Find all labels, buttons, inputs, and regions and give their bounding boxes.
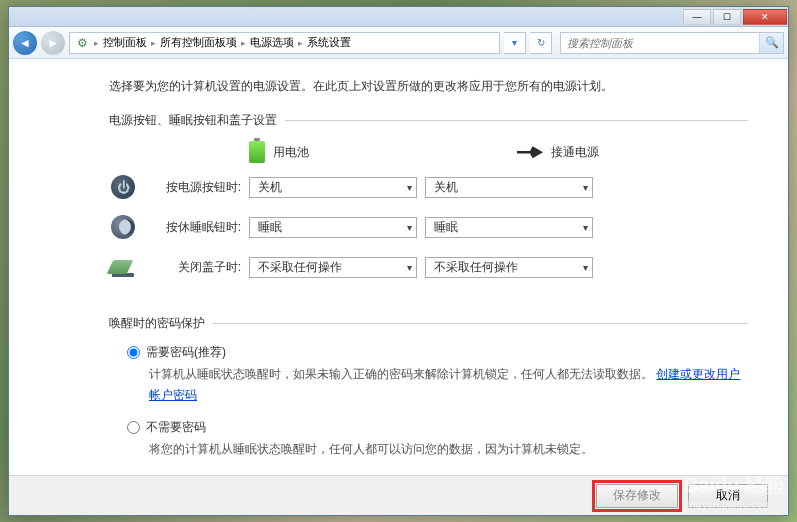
minimize-button[interactable]: —	[683, 9, 711, 25]
breadcrumb[interactable]: 系统设置	[307, 35, 351, 50]
breadcrumb[interactable]: 控制面板	[103, 35, 147, 50]
breadcrumb[interactable]: 所有控制面板项	[160, 35, 237, 50]
power-icon: ⏻	[111, 175, 135, 199]
no-password-radio[interactable]: 不需要密码	[127, 419, 748, 436]
chevron-right-icon: ▸	[94, 38, 99, 48]
password-protect-legend: 唤醒时的密码保护	[109, 315, 213, 332]
chevron-right-icon: ▸	[298, 38, 303, 48]
sleep-button-plugged-combo[interactable]: 睡眠	[425, 217, 593, 238]
address-dropdown-button[interactable]: ▾	[504, 32, 526, 54]
plug-icon	[517, 146, 543, 158]
search-button[interactable]: 🔍	[759, 33, 783, 53]
button-settings-legend: 电源按钮、睡眠按钮和盖子设置	[109, 112, 285, 129]
search-input[interactable]	[561, 37, 759, 49]
button-settings-group: 电源按钮、睡眠按钮和盖子设置 用电池 接通电源 ⏻ 按电源按钮时: 关机 关机	[109, 112, 748, 301]
no-password-desc: 将您的计算机从睡眠状态唤醒时，任何人都可以访问您的数据，因为计算机未锁定。	[127, 439, 748, 459]
forward-button: ►	[41, 31, 65, 55]
sleep-button-battery-combo[interactable]: 睡眠	[249, 217, 417, 238]
chevron-right-icon: ▸	[151, 38, 156, 48]
require-password-radio[interactable]: 需要密码(推荐)	[127, 344, 748, 361]
titlebar: — ☐ ✕	[9, 7, 788, 27]
row-label: 按休睡眠钮时:	[145, 219, 241, 236]
lid-icon	[110, 257, 136, 277]
lid-close-battery-combo[interactable]: 不采取任何操作	[249, 257, 417, 278]
lid-close-plugged-combo[interactable]: 不采取任何操作	[425, 257, 593, 278]
search-box[interactable]: 🔍	[560, 32, 784, 54]
battery-icon	[249, 141, 265, 163]
column-battery: 用电池	[249, 141, 417, 163]
footer: 保存修改 取消	[9, 475, 788, 515]
password-protect-group: 唤醒时的密码保护 需要密码(推荐) 计算机从睡眠状态唤醒时，如果未输入正确的密码…	[109, 315, 748, 475]
power-button-battery-combo[interactable]: 关机	[249, 177, 417, 198]
close-button[interactable]: ✕	[743, 9, 787, 25]
intro-text: 选择要为您的计算机设置的电源设置。在此页上对设置所做的更改将应用于您所有的电源计…	[109, 77, 748, 96]
sleep-icon	[111, 215, 135, 239]
address-bar[interactable]: ⚙ ▸ 控制面板 ▸ 所有控制面板项 ▸ 电源选项 ▸ 系统设置	[69, 32, 500, 54]
chevron-right-icon: ▸	[241, 38, 246, 48]
maximize-button[interactable]: ☐	[713, 9, 741, 25]
content-area: 选择要为您的计算机设置的电源设置。在此页上对设置所做的更改将应用于您所有的电源计…	[9, 59, 788, 475]
control-panel-icon: ⚙	[74, 35, 90, 51]
save-button[interactable]: 保存修改	[596, 484, 678, 508]
column-plugged: 接通电源	[517, 141, 685, 163]
back-button[interactable]: ◄	[13, 31, 37, 55]
refresh-button[interactable]: ↻	[530, 32, 552, 54]
row-label: 按电源按钮时:	[145, 179, 241, 196]
power-button-plugged-combo[interactable]: 关机	[425, 177, 593, 198]
require-password-desc: 计算机从睡眠状态唤醒时，如果未输入正确的密码来解除计算机锁定，任何人都无法读取数…	[127, 364, 748, 405]
breadcrumb[interactable]: 电源选项	[250, 35, 294, 50]
cancel-button[interactable]: 取消	[688, 484, 768, 508]
row-label: 关闭盖子时:	[145, 259, 241, 276]
navbar: ◄ ► ⚙ ▸ 控制面板 ▸ 所有控制面板项 ▸ 电源选项 ▸ 系统设置 ▾ ↻…	[9, 27, 788, 59]
